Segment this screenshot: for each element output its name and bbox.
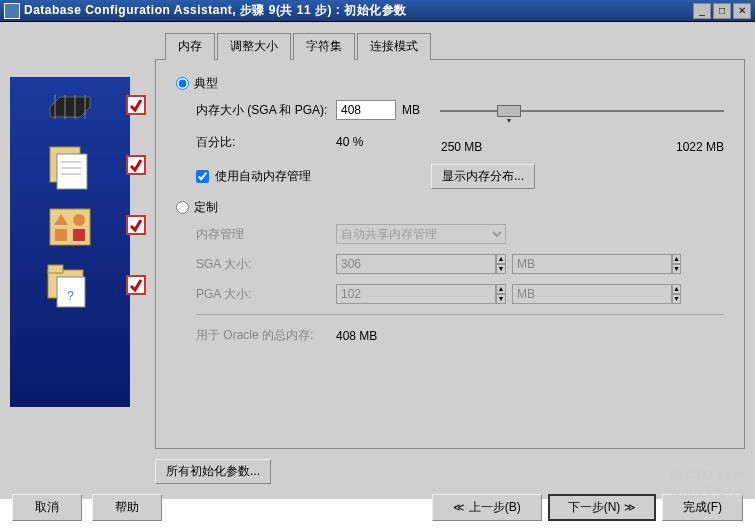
sga-unit [512, 254, 672, 274]
tab-connmode[interactable]: 连接模式 [357, 33, 431, 60]
spin-up-icon: ▲ [496, 284, 506, 294]
slider-max: 1022 MB [676, 140, 724, 154]
help-button[interactable]: 帮助 [92, 494, 162, 521]
typical-label: 典型 [194, 75, 218, 92]
tab-panel-memory: 典型 内存大小 (SGA 和 PGA): MB 百分比: 40 % [155, 59, 745, 449]
pga-input [336, 284, 496, 304]
custom-label: 定制 [194, 199, 218, 216]
cancel-button[interactable]: 取消 [12, 494, 82, 521]
svg-rect-16 [48, 265, 63, 273]
mem-mgmt-label: 内存管理 [196, 226, 336, 243]
svg-rect-6 [57, 154, 87, 189]
auto-mem-label: 使用自动内存管理 [215, 168, 311, 185]
step-chip-icon [10, 77, 130, 137]
mem-slider[interactable] [440, 110, 724, 112]
radio-typical[interactable] [176, 77, 189, 90]
mem-mgmt-combo: 自动共享内存管理 [336, 224, 506, 244]
mem-size-input[interactable] [336, 100, 396, 120]
check-icon [126, 275, 146, 295]
maximize-button[interactable]: □ [713, 3, 731, 19]
check-icon [126, 215, 146, 235]
slider-min: 250 MB [441, 140, 482, 154]
all-params-button[interactable]: 所有初始化参数... [155, 459, 271, 484]
percent-label: 百分比: [196, 134, 336, 151]
window-title: Database Configuration Assistant, 步骤 9(共… [24, 2, 693, 19]
check-icon [126, 95, 146, 115]
wizard-sidebar: ? [10, 77, 130, 407]
show-dist-button[interactable]: 显示内存分布... [431, 164, 535, 189]
spin-down-icon: ▼ [496, 264, 506, 274]
svg-rect-13 [55, 229, 67, 241]
sga-input [336, 254, 496, 274]
app-icon [4, 3, 20, 19]
mem-size-label: 内存大小 (SGA 和 PGA): [196, 102, 336, 119]
svg-point-12 [73, 214, 85, 226]
slider-thumb[interactable] [497, 105, 521, 117]
svg-rect-14 [73, 229, 85, 241]
tab-charset[interactable]: 字符集 [293, 33, 355, 60]
close-button[interactable]: ✕ [733, 3, 751, 19]
step-shapes-icon [10, 197, 130, 257]
finish-button[interactable]: 完成(F) [662, 494, 743, 521]
tab-memory[interactable]: 内存 [165, 33, 215, 60]
step-folder-icon: ? [10, 257, 130, 317]
tab-sizing[interactable]: 调整大小 [217, 33, 291, 60]
pga-label: PGA 大小: [196, 286, 336, 303]
mem-unit: MB [402, 103, 420, 117]
next-button[interactable]: 下一步(N) ≫ [548, 494, 656, 521]
titlebar: Database Configuration Assistant, 步骤 9(共… [0, 0, 755, 22]
percent-value: 40 % [336, 135, 436, 149]
radio-custom[interactable] [176, 201, 189, 214]
step-docs-icon [10, 137, 130, 197]
back-button[interactable]: ≪ 上一步(B) [432, 494, 541, 521]
sga-label: SGA 大小: [196, 256, 336, 273]
pga-unit [512, 284, 672, 304]
oracle-total-value: 408 MB [336, 329, 377, 343]
check-icon [126, 155, 146, 175]
auto-mem-checkbox[interactable] [196, 170, 209, 183]
spin-down-icon: ▼ [496, 294, 506, 304]
minimize-button[interactable]: _ [693, 3, 711, 19]
svg-text:?: ? [67, 289, 74, 303]
oracle-total-label: 用于 Oracle 的总内存: [196, 327, 336, 344]
svg-marker-0 [50, 97, 90, 117]
tab-bar: 内存 调整大小 字符集 连接模式 [165, 32, 745, 59]
spin-up-icon: ▲ [496, 254, 506, 264]
footer: 取消 帮助 ≪ 上一步(B) 下一步(N) ≫ 完成(F) [0, 494, 755, 521]
